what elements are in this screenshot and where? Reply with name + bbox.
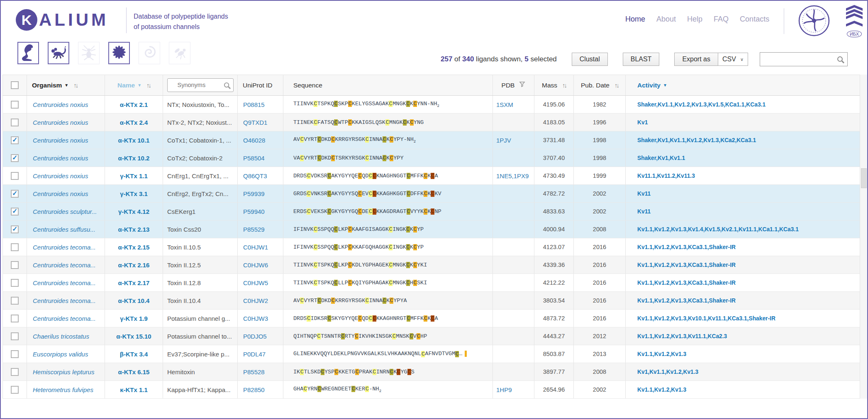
- row-checkbox[interactable]: [11, 172, 19, 180]
- uniprot-link[interactable]: P85529: [238, 220, 283, 238]
- row-checkbox[interactable]: [11, 154, 19, 162]
- organism-link[interactable]: Centruroides noxius: [27, 167, 105, 185]
- ligand-name-link[interactable]: α-KTx 2.15: [105, 238, 163, 256]
- row-checkbox[interactable]: [11, 190, 19, 198]
- sort-icon[interactable]: ↑↓: [73, 82, 77, 89]
- organism-link[interactable]: Centruroides tecoma...: [27, 292, 105, 310]
- filter-snail-button[interactable]: [139, 42, 160, 64]
- organism-header[interactable]: Organism▼↑↓: [27, 75, 105, 96]
- blast-button[interactable]: BLAST: [623, 53, 660, 66]
- uniprot-link[interactable]: C0HJW6: [238, 256, 283, 274]
- organism-link[interactable]: Centruroides noxius: [27, 185, 105, 203]
- ligand-name-link[interactable]: α-KTx 2.16: [105, 256, 163, 274]
- sort-icon[interactable]: ↑↓: [146, 82, 150, 89]
- filter-insect-button[interactable]: [169, 42, 190, 64]
- search-icon[interactable]: [223, 82, 231, 91]
- pdb-link[interactable]: 1HP9: [493, 381, 534, 399]
- organism-link[interactable]: Chaerilus tricostatus: [27, 327, 105, 345]
- uniprot-link[interactable]: P59939: [238, 185, 283, 203]
- ligand-name-link[interactable]: γ-KTx 1.1: [105, 167, 163, 185]
- filter-spider-button[interactable]: [78, 42, 100, 64]
- uniprot-link[interactable]: P0DL47: [238, 345, 283, 363]
- filter-caret-icon[interactable]: ▼: [64, 83, 68, 87]
- row-checkbox[interactable]: [11, 208, 19, 216]
- name-header[interactable]: Name▼↑↓: [105, 75, 163, 96]
- row-checkbox[interactable]: [11, 315, 19, 322]
- row-checkbox[interactable]: [11, 350, 19, 358]
- row-checkbox[interactable]: [11, 136, 19, 144]
- nav-faq[interactable]: FAQ: [714, 15, 729, 24]
- uniprot-link[interactable]: Q86QT3: [238, 167, 283, 185]
- nav-help[interactable]: Help: [687, 15, 702, 24]
- row-checkbox[interactable]: [11, 297, 19, 305]
- row-checkbox[interactable]: [11, 386, 19, 394]
- uniprot-link[interactable]: P59940: [238, 203, 283, 220]
- ligand-name-link[interactable]: α-KTx 10.4: [105, 292, 163, 310]
- row-checkbox[interactable]: [11, 279, 19, 287]
- ligand-name-link[interactable]: κ-KTx 1.1: [105, 381, 163, 399]
- uniprot-link[interactable]: P58504: [238, 149, 283, 167]
- ligand-name-link[interactable]: α-KTx 2.13: [105, 220, 163, 238]
- organism-link[interactable]: Centruroides noxius: [27, 131, 105, 149]
- uniprot-link[interactable]: C0HJW2: [238, 292, 283, 310]
- row-checkbox[interactable]: [11, 101, 19, 109]
- ligand-name-link[interactable]: α-KTx 6.15: [105, 363, 163, 381]
- pdb-link[interactable]: 1SXM: [493, 96, 534, 114]
- ligand-name-link[interactable]: α-KTx 10.2: [105, 149, 163, 167]
- organism-link[interactable]: Centruroides noxius: [27, 114, 105, 131]
- select-all-checkbox[interactable]: [11, 81, 19, 89]
- pdb-link[interactable]: 1PJV: [493, 131, 534, 149]
- activity-header[interactable]: Activity▼: [626, 75, 860, 96]
- filter-sea-anemone-button[interactable]: [108, 42, 130, 64]
- export-as-button[interactable]: Export as: [674, 53, 718, 66]
- organism-link[interactable]: Centruroides sculptur...: [27, 203, 105, 220]
- filter-caret-icon[interactable]: ▼: [137, 83, 141, 87]
- nav-contacts[interactable]: Contacts: [740, 15, 769, 24]
- nav-about[interactable]: About: [656, 15, 676, 24]
- vertical-scrollbar[interactable]: [860, 75, 868, 399]
- ligand-name-link[interactable]: α-KTx 2.4: [105, 114, 163, 131]
- uniprot-link[interactable]: P82850: [238, 381, 283, 399]
- row-checkbox[interactable]: [11, 261, 19, 269]
- row-checkbox[interactable]: [11, 332, 19, 340]
- uniprot-link[interactable]: P85528: [238, 363, 283, 381]
- clustal-button[interactable]: Clustal: [572, 53, 608, 66]
- row-checkbox[interactable]: [11, 225, 19, 233]
- search-icon[interactable]: [836, 56, 845, 65]
- ligand-name-link[interactable]: γ-KTx 4.12: [105, 203, 163, 220]
- nav-home[interactable]: Home: [625, 15, 645, 24]
- pdb-link[interactable]: 1NE5,1PX9: [493, 167, 534, 185]
- organism-link[interactable]: Euscorpiops validus: [27, 345, 105, 363]
- uniprot-link[interactable]: C0HJW3: [238, 310, 283, 327]
- sort-icon[interactable]: ↑↓: [562, 82, 566, 89]
- ligand-name-link[interactable]: α-KTx 2.17: [105, 274, 163, 292]
- organism-link[interactable]: Centruroides tecoma...: [27, 310, 105, 327]
- organism-link[interactable]: Centruroides suffusu...: [27, 220, 105, 238]
- ligand-name-link[interactable]: α-KTx 10.1: [105, 131, 163, 149]
- organism-link[interactable]: Hemiscorpius lepturus: [27, 363, 105, 381]
- organism-link[interactable]: Heterometrus fulvipes: [27, 381, 105, 399]
- organism-link[interactable]: Centruroides tecoma...: [27, 238, 105, 256]
- scrollbar-thumb[interactable]: [861, 168, 867, 188]
- uniprot-link[interactable]: O46028: [238, 131, 283, 149]
- row-checkbox[interactable]: [11, 368, 19, 376]
- sort-icon[interactable]: ↑↓: [614, 82, 618, 89]
- ligand-name-link[interactable]: α-KTx 15.10: [105, 327, 163, 345]
- row-checkbox[interactable]: [11, 119, 19, 126]
- ligand-name-link[interactable]: β-KTx 3.4: [105, 345, 163, 363]
- synonyms-filter-input[interactable]: [174, 79, 227, 91]
- ligand-name-link[interactable]: γ-KTx 1.9: [105, 310, 163, 327]
- ligand-name-link[interactable]: γ-KTx 3.1: [105, 185, 163, 203]
- filter-caret-icon[interactable]: ▼: [663, 83, 667, 87]
- filter-scorpion-button[interactable]: [48, 42, 69, 64]
- row-checkbox[interactable]: [11, 243, 19, 251]
- organism-link[interactable]: Centruroides tecoma...: [27, 256, 105, 274]
- uniprot-link[interactable]: P08815: [238, 96, 283, 114]
- uniprot-link[interactable]: C0HJW1: [238, 238, 283, 256]
- organism-link[interactable]: Centruroides tecoma...: [27, 274, 105, 292]
- global-search-input[interactable]: [760, 53, 835, 65]
- export-format-select[interactable]: CSV ∨: [718, 53, 748, 66]
- organism-link[interactable]: Centruroides noxius: [27, 96, 105, 114]
- uniprot-link[interactable]: C0HJW5: [238, 274, 283, 292]
- filter-snake-button[interactable]: [17, 42, 39, 64]
